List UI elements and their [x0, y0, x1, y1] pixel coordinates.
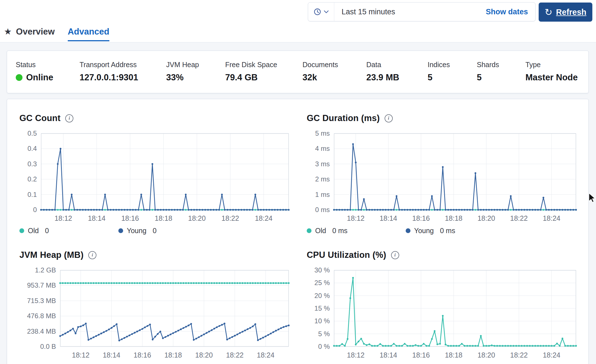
x-tick-label: 18:16	[412, 351, 430, 359]
x-tick-label: 18:12	[72, 351, 90, 359]
status-item-value: 127.0.0.1:9301	[80, 72, 138, 83]
time-picker[interactable]: Last 15 minutes Show dates	[308, 2, 536, 21]
x-tick-label: 18:12	[347, 214, 365, 222]
legend-series-dot	[118, 228, 123, 233]
status-item-label: Documents	[302, 61, 338, 69]
chart-gc-count: GC Counti 0.50.40.30.20.10 18:1218:1418:…	[19, 113, 289, 235]
y-tick-label: 0.3	[28, 160, 37, 168]
status-item-label: Type	[525, 61, 578, 69]
legend-series-value: 0	[153, 227, 157, 235]
y-tick-label: 0.5	[28, 129, 37, 137]
status-item-transport-address: Transport Address127.0.0.1:9301	[80, 61, 138, 83]
x-tick-label: 18:22	[226, 351, 244, 359]
x-tick-label: 18:16	[134, 351, 151, 359]
y-axis-labels: 0.50.40.30.20.10	[19, 133, 37, 210]
x-tick-label: 18:18	[155, 214, 172, 222]
mouse-cursor	[588, 193, 596, 203]
legend-item-old[interactable]: Old0	[19, 227, 118, 235]
star-icon: ★	[4, 26, 12, 37]
time-range-value[interactable]: Last 15 minutes	[342, 8, 395, 16]
status-item-value: 5	[477, 72, 499, 83]
y-tick-label: 0.4	[28, 145, 37, 153]
y-tick-label: 953.7 MB	[27, 281, 56, 289]
y-tick-label: 30 %	[314, 266, 330, 274]
y-tick-label: 20 %	[314, 292, 330, 300]
info-icon[interactable]: i	[391, 251, 399, 259]
line-chart-canvas	[41, 133, 289, 210]
tab-overview[interactable]: ★ Overview	[4, 26, 55, 41]
y-axis-labels: 1.2 GB953.7 MB715.3 MB476.8 MB238.4 MB0.…	[19, 270, 56, 347]
chart-cpu-utilization: CPU Utilization (%)i 30 %25 %20 %15 %10 …	[307, 250, 576, 364]
x-tick-label: 18:20	[195, 351, 213, 359]
y-tick-label: 715.3 MB	[27, 297, 56, 305]
y-tick-label: 15 %	[314, 304, 330, 312]
legend-series-name: Young	[414, 227, 434, 235]
line-chart-canvas	[334, 133, 576, 210]
status-item-label: Shards	[477, 61, 499, 69]
status-item-value: 33%	[166, 72, 199, 83]
legend-series-name: Young	[127, 227, 146, 235]
tab-advanced[interactable]: Advanced	[68, 27, 109, 41]
info-icon[interactable]: i	[88, 251, 96, 259]
refresh-icon: ↻	[545, 8, 552, 17]
status-item-value: 32k	[302, 72, 338, 83]
x-tick-label: 18:12	[347, 351, 365, 359]
chart-title: GC Count	[19, 113, 60, 123]
x-tick-label: 18:14	[103, 351, 120, 359]
status-item-value: 23.9 MB	[366, 72, 399, 83]
x-tick-label: 18:24	[257, 351, 275, 359]
x-tick-label: 18:14	[380, 214, 397, 222]
legend-item-young[interactable]: Young0	[118, 227, 289, 235]
x-tick-label: 18:20	[188, 214, 206, 222]
legend-series-dot	[19, 228, 24, 233]
status-item-label: Indices	[428, 61, 450, 69]
status-item-value: 5	[428, 72, 450, 83]
status-item-value: Online	[16, 72, 53, 83]
line-chart-canvas	[334, 270, 576, 347]
legend-series-value: 0	[45, 227, 49, 235]
x-axis-labels: 18:1218:1418:1618:1818:2018:2218:24	[41, 213, 289, 225]
line-chart-canvas	[60, 270, 289, 347]
tab-bar: ★ Overview Advanced	[4, 26, 109, 41]
x-tick-label: 18:14	[88, 214, 106, 222]
metrics-panel: GC Counti 0.50.40.30.20.10 18:1218:1418:…	[7, 99, 589, 364]
y-tick-label: 1.2 GB	[35, 266, 56, 274]
status-item-documents: Documents32k	[302, 61, 338, 83]
tab-overview-label: Overview	[16, 27, 55, 37]
status-item-label: Transport Address	[80, 61, 138, 69]
info-icon[interactable]: i	[385, 114, 393, 122]
y-tick-label: 10 %	[314, 317, 330, 325]
status-item-jvm-heap: JVM Heap33%	[166, 61, 199, 83]
x-axis-labels: 18:1218:1418:1618:1818:2018:2218:24	[334, 350, 576, 362]
x-tick-label: 18:20	[477, 214, 495, 222]
status-item-label: Free Disk Space	[225, 61, 277, 69]
show-dates-link[interactable]: Show dates	[486, 8, 528, 16]
y-tick-label: 238.4 MB	[27, 327, 56, 335]
chart-title: CPU Utilization (%)	[307, 250, 386, 260]
refresh-button-label: Refresh	[556, 8, 586, 17]
legend-series-dot	[406, 228, 410, 233]
y-tick-label: 0.2	[28, 175, 37, 183]
y-tick-label: 5 ms	[315, 129, 330, 137]
y-tick-label: 25 %	[314, 279, 330, 287]
tab-advanced-label: Advanced	[68, 27, 109, 37]
status-item-label: JVM Heap	[166, 61, 199, 69]
x-tick-label: 18:24	[543, 214, 561, 222]
status-item-indices: Indices5	[428, 61, 450, 83]
info-icon[interactable]: i	[65, 114, 73, 122]
header-divider	[0, 42, 596, 42]
time-picker-quick-menu-button[interactable]	[308, 3, 334, 21]
x-tick-label: 18:18	[445, 351, 462, 359]
status-item-type: TypeMaster Node	[525, 61, 578, 83]
legend-item-old[interactable]: Old0 ms	[307, 227, 406, 235]
y-axis-labels: 30 %25 %20 %15 %10 %5 %0 %	[307, 270, 330, 347]
chart-jvm-heap: JVM Heap (MB)i 1.2 GB953.7 MB715.3 MB476…	[19, 250, 289, 364]
x-axis-labels: 18:1218:1418:1618:1818:2018:2218:24	[334, 213, 576, 225]
refresh-button[interactable]: ↻ Refresh	[539, 3, 592, 22]
chart-title: JVM Heap (MB)	[19, 250, 83, 260]
y-tick-label: 1 ms	[315, 191, 330, 199]
legend-item-young[interactable]: Young0 ms	[406, 227, 576, 235]
status-item-value: 79.4 GB	[225, 72, 277, 83]
chart-legend: Old0Young0	[19, 227, 289, 235]
y-tick-label: 476.8 MB	[27, 312, 56, 320]
